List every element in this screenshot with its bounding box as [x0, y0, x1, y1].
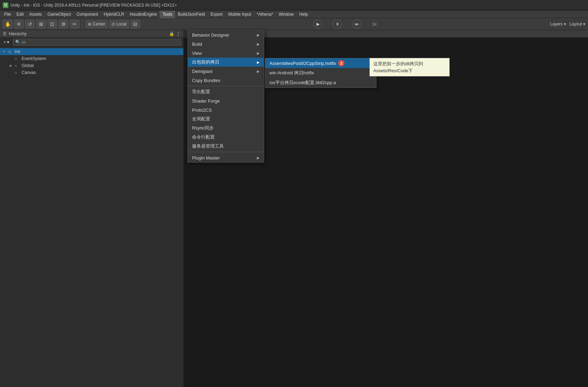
- hier-label-init: Init: [15, 49, 20, 54]
- hier-item-init[interactable]: ▼ ◁ Init ⋮: [0, 48, 183, 55]
- playback-speed: 1x: [372, 21, 377, 27]
- pre-package-copy-submenu: AssembliesPostIl2CppStrip,hotfix 2 win A…: [265, 58, 376, 88]
- hierarchy-content: ▼ ◁ Init ⋮ ○ EventSystem ▶ ○ Global ○: [0, 47, 183, 387]
- menu-gameobject[interactable]: GameObject: [45, 10, 74, 18]
- play-button[interactable]: ▶: [313, 20, 322, 29]
- search-icon: 🔍: [15, 40, 20, 44]
- menu-separator-2: [188, 152, 264, 152]
- menu-separator-1: [188, 86, 264, 86]
- menu-window[interactable]: Window: [276, 10, 297, 18]
- tool-rotate[interactable]: ↺: [25, 20, 35, 29]
- menu-label-demigiant: Demigiant: [192, 69, 213, 74]
- center-label: Center: [93, 22, 105, 27]
- toolbar: ✋ ✛ ↺ ⊞ ⊡ ⚙ ✂ ⊕ Center ⊙ Local ⊟ ▶ ⏸ ⏭ 1…: [0, 18, 588, 30]
- tooltip-box: 这里把前一步的dll拷贝到Assets/Res/Code下: [369, 58, 450, 76]
- menu-component[interactable]: Component: [74, 10, 101, 18]
- submenu-label-ios: ios平台拷贝xcode配置,libil2cpp.a: [269, 80, 336, 86]
- hier-label-eventsystem: EventSystem: [22, 56, 46, 61]
- menu-tools[interactable]: Tools: [160, 10, 175, 18]
- hier-label-global: Global: [22, 63, 34, 68]
- hier-item-eventsystem[interactable]: ○ EventSystem: [0, 55, 183, 62]
- pause-button[interactable]: ⏸: [333, 20, 342, 29]
- menu-item-proto2cs[interactable]: Proto2CS: [188, 105, 264, 114]
- tool-custom[interactable]: ✂: [70, 20, 79, 29]
- hierarchy-title: Hierarchy: [9, 31, 26, 36]
- menu-assets[interactable]: Assets: [26, 10, 45, 18]
- menu-label-pre-package-copy: 出包前的拷贝: [192, 59, 219, 65]
- menu-item-export-config[interactable]: 导出配置: [188, 87, 264, 96]
- menu-buildjsonfield[interactable]: BuildJsonField: [175, 10, 208, 18]
- menu-athena[interactable]: *Athena*: [254, 10, 276, 18]
- menu-item-build[interactable]: Build ▶: [188, 39, 264, 49]
- menu-houdiniengine[interactable]: HoudiniEngine: [127, 10, 160, 18]
- menu-item-demigiant[interactable]: Demigiant ▶: [188, 67, 264, 76]
- hierarchy-options-icon[interactable]: ⋮: [176, 31, 181, 36]
- submenu-label-assemblies: AssembliesPostIl2CppStrip,hotfix: [269, 61, 336, 66]
- hier-item-global[interactable]: ▶ ○ Global: [0, 62, 183, 69]
- menu-label-build: Build: [192, 42, 202, 47]
- toolbar-separator-1: [82, 20, 83, 28]
- gameobject-icon-global: ○: [15, 64, 20, 68]
- hier-item-canvas[interactable]: ○ Canvas: [0, 69, 183, 76]
- local-label: Local: [116, 22, 127, 27]
- submenu-item-assemblies[interactable]: AssembliesPostIl2CppStrip,hotfix 2: [265, 58, 376, 68]
- toolbar-center: ▶ ⏸ ⏭ 1x: [142, 20, 549, 29]
- tool-extra[interactable]: ⊟: [130, 20, 140, 29]
- center-toggle[interactable]: ⊕ Center: [85, 20, 108, 28]
- menu-label-behavior-designer: Behavior Designer: [192, 32, 229, 38]
- menu-item-behavior-designer[interactable]: Behavior Designer ▶: [188, 30, 264, 39]
- submenu-arrow-build: ▶: [257, 42, 260, 46]
- menu-mobileinput[interactable]: Mobile Input: [226, 10, 254, 18]
- submenu-label-win-android: win Android 拷贝hotfix: [269, 70, 314, 76]
- menu-label-rsync: Rsync同步: [192, 125, 214, 131]
- menu-label-copy-bundles: Copy Bundles: [192, 78, 220, 83]
- unity-icon: U: [3, 2, 8, 8]
- tool-move[interactable]: ✛: [14, 20, 24, 29]
- step-button[interactable]: ⏭: [352, 20, 361, 29]
- menu-label-global-config: 全局配置: [192, 116, 210, 122]
- menu-label-export-config: 导出配置: [192, 89, 210, 95]
- hierarchy-search[interactable]: 🔍 All: [13, 39, 181, 46]
- menu-label-server-manager: 服务器管理工具: [192, 143, 224, 149]
- hierarchy-menu-icon: ☰: [3, 31, 7, 36]
- menu-hybridclr[interactable]: HybridCLR: [101, 10, 127, 18]
- hierarchy-panel: ☰ Hierarchy 🔒 ⋮ + ▾ 🔍 All ▼ ◁ Init ⋮: [0, 30, 184, 387]
- submenu-arrow-behavior-designer: ▶: [257, 33, 260, 37]
- menu-export[interactable]: Export: [208, 10, 226, 18]
- tools-dropdown-menu: Behavior Designer ▶ Build ▶ View ▶ 出包前的拷…: [188, 30, 264, 163]
- menu-label-shader-forge: Shader Forge: [192, 98, 220, 104]
- menu-label-view: View: [192, 51, 202, 56]
- hier-options-icon[interactable]: ⋮: [180, 50, 183, 54]
- tool-scale[interactable]: ⊞: [36, 20, 46, 29]
- hier-arrow-init: ▼: [3, 50, 8, 53]
- menu-item-plugin-master[interactable]: Plugin Master ▶: [188, 153, 264, 162]
- scene-icon: ◁: [8, 50, 13, 54]
- menu-edit[interactable]: Edit: [14, 10, 26, 18]
- menu-label-proto2cs: Proto2CS: [192, 107, 212, 113]
- gameobject-icon-canvas: ○: [15, 70, 20, 75]
- submenu-item-ios[interactable]: ios平台拷贝xcode配置,libil2cpp.a: [265, 78, 376, 88]
- menu-item-pre-package-copy[interactable]: 出包前的拷贝 ▶: [188, 58, 264, 67]
- menu-item-global-config[interactable]: 全局配置: [188, 114, 264, 124]
- menu-item-cmdline[interactable]: 命令行配置: [188, 133, 264, 142]
- badge-assemblies: 2: [338, 60, 344, 66]
- menu-item-server-manager[interactable]: 服务器管理工具: [188, 142, 264, 151]
- submenu-arrow-view: ▶: [257, 51, 260, 55]
- title-text: Unity - Init - iOS - Unity 2019.4.40f1c1…: [10, 3, 177, 8]
- hierarchy-lock-icon[interactable]: 🔒: [169, 31, 174, 36]
- layer-label: Layers ▾ Layout ▾: [550, 22, 585, 27]
- menu-item-rsync[interactable]: Rsync同步: [188, 124, 264, 133]
- menu-item-shader-forge[interactable]: Shader Forge: [188, 96, 264, 105]
- local-toggle[interactable]: ⊙ Local: [109, 20, 129, 28]
- tool-transform[interactable]: ⚙: [59, 20, 68, 29]
- menu-item-copy-bundles[interactable]: Copy Bundles: [188, 76, 264, 85]
- menu-file[interactable]: File: [1, 10, 14, 18]
- tool-rect[interactable]: ⊡: [47, 20, 57, 29]
- menu-help[interactable]: Help: [296, 10, 311, 18]
- tool-hand[interactable]: ✋: [3, 20, 13, 29]
- hierarchy-toolbar: + ▾ 🔍 All: [0, 38, 183, 47]
- chevron-down-icon: ▾: [7, 39, 9, 45]
- menu-item-view[interactable]: View ▶: [188, 49, 264, 58]
- submenu-item-win-android[interactable]: win Android 拷贝hotfix: [265, 68, 376, 78]
- hierarchy-add-button[interactable]: + ▾: [2, 39, 11, 45]
